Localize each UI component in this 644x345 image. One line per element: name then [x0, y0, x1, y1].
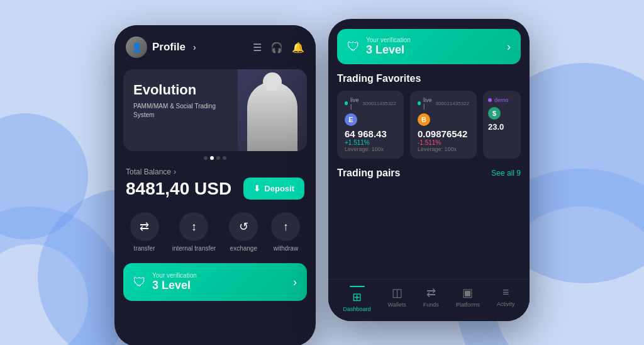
internal-transfer-icon: ↕ — [179, 212, 208, 241]
nav-wallets[interactable]: ◫ Wallets — [388, 286, 406, 312]
profile-name: Profile — [152, 41, 186, 54]
nav-activity[interactable]: ≡ Activity — [497, 286, 515, 312]
trading-favorites-title: Trading Favorites — [328, 73, 530, 91]
balance-chevron-icon: › — [174, 167, 176, 176]
balance-row: 8481,40 USD ⬇ Deposit — [126, 178, 304, 200]
deposit-button[interactable]: ⬇ Deposit — [243, 178, 304, 200]
card-3-coin-row: $ — [488, 107, 516, 120]
card-2-tag: live | 300011435322 — [418, 97, 469, 110]
bell-icon[interactable]: 🔔 — [292, 42, 304, 54]
trading-card-2[interactable]: live | 300011435322 B 0.09876542 -1.511%… — [410, 91, 477, 159]
right-verif-text-block: Your verification 3 Level — [366, 37, 411, 57]
person-head — [263, 72, 282, 91]
dashboard-label: Dashboard — [343, 306, 371, 312]
verification-banner[interactable]: 🛡 Your verification 3 Level › — [123, 263, 307, 301]
trading-cards: live | 300011435322 E 64 968.43 +1.511% … — [328, 91, 530, 159]
menu-icon[interactable]: ☰ — [253, 42, 262, 54]
card-1-id: 300011435322 — [363, 101, 396, 106]
exchange-icon: ↺ — [229, 212, 258, 241]
dot-3 — [216, 156, 220, 160]
trading-card-3[interactable]: demo $ 23.0 — [483, 91, 521, 159]
withdraw-label: withdraw — [274, 245, 298, 252]
right-shield-icon: 🛡 — [347, 40, 360, 54]
eth-icon: E — [345, 113, 357, 126]
banner-text: Evolution PAMM/MAM & Social Trading Syst… — [133, 82, 216, 120]
card-2-leverage: Leverage: 100x — [418, 146, 469, 152]
card-1-leverage: Leverage: 100x — [345, 146, 396, 152]
trading-card-1[interactable]: live | 300011435322 E 64 968.43 +1.511% … — [337, 91, 404, 159]
card-1-tag: live | 300011435322 — [345, 97, 396, 110]
wallets-icon: ◫ — [392, 286, 402, 300]
right-verif-left: 🛡 Your verification 3 Level — [347, 37, 411, 57]
bottom-nav: ⊞ Dashboard ◫ Wallets ⇄ Funds ▣ Platform… — [328, 279, 530, 321]
profile-section[interactable]: 👤 Profile › — [126, 37, 196, 58]
banner-dots — [114, 156, 316, 160]
balance-amount: 8481,40 USD — [126, 179, 231, 199]
exchange-action[interactable]: ↺ exchange — [229, 212, 258, 252]
withdraw-action[interactable]: ↑ withdraw — [271, 212, 300, 252]
dot-2 — [210, 156, 214, 160]
platforms-label: Platforms — [456, 302, 480, 308]
right-verif-chevron-icon: › — [507, 40, 511, 54]
banner-figure — [238, 69, 307, 151]
deposit-icon: ⬇ — [253, 184, 260, 193]
actions-row: ⇄ transfer ↕ internal transfer ↺ exchang… — [114, 206, 316, 258]
usd-icon: $ — [488, 107, 501, 120]
withdraw-icon: ↑ — [271, 212, 300, 241]
left-phone-screen: 👤 Profile › ☰ 🎧 🔔 Evolution PAMM/MAM & S… — [114, 25, 316, 345]
live-dot-1 — [345, 101, 348, 105]
funds-label: Funds — [423, 302, 439, 308]
demo-dot — [488, 98, 492, 102]
verif-left: 🛡 Your verification 3 Level — [133, 272, 197, 292]
exchange-label: exchange — [230, 245, 257, 252]
nav-dashboard[interactable]: ⊞ Dashboard — [343, 286, 371, 312]
promo-banner: Evolution PAMM/MAM & Social Trading Syst… — [123, 69, 307, 151]
activity-icon: ≡ — [502, 286, 509, 299]
card-1-change: +1.511% — [345, 139, 396, 146]
banner-title: Evolution — [133, 82, 216, 98]
avatar: 👤 — [126, 37, 147, 58]
nav-platforms[interactable]: ▣ Platforms — [456, 286, 480, 312]
transfer-label: transfer — [134, 245, 155, 252]
verif-small-text: Your verification — [152, 272, 197, 279]
card-2-id: 300011435322 — [436, 101, 469, 106]
card-3-type: demo — [494, 97, 509, 103]
right-phone: 🛡 Your verification 3 Level › Trading Fa… — [328, 19, 530, 321]
nav-funds[interactable]: ⇄ Funds — [423, 286, 439, 312]
right-verif-small: Your verification — [366, 37, 411, 43]
card-2-type: live | — [423, 97, 433, 110]
active-bar — [350, 286, 365, 287]
verif-chevron-icon: › — [293, 276, 297, 289]
header-icons: ☰ 🎧 🔔 — [253, 42, 304, 54]
balance-label: Total Balance › — [126, 167, 304, 176]
internal-transfer-label: internal transfer — [172, 245, 216, 252]
card-3-tag: demo — [488, 97, 516, 103]
card-2-change: -1.511% — [418, 139, 469, 146]
verif-level-text: 3 Level — [152, 279, 197, 292]
left-phone-header: 👤 Profile › ☰ 🎧 🔔 — [114, 25, 316, 64]
shield-icon: 🛡 — [133, 275, 146, 290]
transfer-icon: ⇄ — [130, 212, 159, 241]
phones-wrapper: 👤 Profile › ☰ 🎧 🔔 Evolution PAMM/MAM & S… — [0, 0, 644, 345]
dot-4 — [223, 156, 226, 160]
card-1-price: 64 968.43 — [345, 128, 396, 139]
headset-icon[interactable]: 🎧 — [270, 42, 283, 54]
btc-icon: B — [418, 113, 430, 126]
card-3-price: 23.0 — [488, 122, 516, 132]
profile-chevron-icon: › — [193, 42, 196, 52]
trading-pairs-title: Trading pairs — [337, 167, 400, 179]
right-verif-banner[interactable]: 🛡 Your verification 3 Level › — [337, 29, 521, 64]
transfer-action[interactable]: ⇄ transfer — [130, 212, 159, 252]
right-phone-screen: 🛡 Your verification 3 Level › Trading Fa… — [328, 19, 530, 321]
balance-section: Total Balance › 8481,40 USD ⬇ Deposit — [114, 164, 316, 206]
platforms-icon: ▣ — [462, 286, 473, 300]
card-1-coin-row: E — [345, 113, 396, 126]
right-verif-level: 3 Level — [366, 43, 411, 57]
card-2-price: 0.09876542 — [418, 128, 469, 139]
see-all-link[interactable]: See all 9 — [491, 169, 521, 178]
dashboard-icon: ⊞ — [352, 290, 362, 304]
activity-label: Activity — [497, 301, 515, 307]
wallets-label: Wallets — [388, 302, 406, 308]
card-2-coin-row: B — [418, 113, 469, 126]
internal-transfer-action[interactable]: ↕ internal transfer — [172, 212, 216, 252]
